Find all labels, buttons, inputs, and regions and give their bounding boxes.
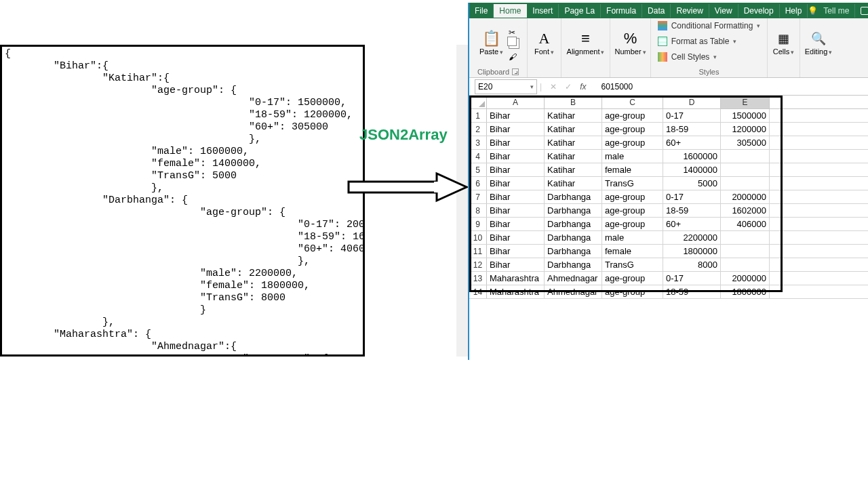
tab-help[interactable]: Help	[780, 4, 808, 18]
cell[interactable]: age-group	[602, 109, 663, 122]
col-header-C[interactable]: C	[602, 96, 663, 108]
table-row[interactable]: 7BiharDarbhangaage-group0-172000000	[469, 190, 868, 204]
table-row[interactable]: 4BiharKatiharmale1600000	[469, 150, 868, 163]
cell[interactable]: 1500000	[721, 109, 770, 122]
row-header[interactable]: 5	[469, 163, 487, 176]
cell[interactable]: Ahmednagar	[545, 272, 602, 285]
cell[interactable]: Darbhanga	[545, 258, 602, 271]
row-header[interactable]: 3	[469, 136, 487, 149]
cell[interactable]: age-group	[602, 272, 663, 285]
cell[interactable]: Katihar	[545, 177, 602, 190]
formula-bar-input[interactable]: 6015000	[601, 82, 633, 92]
cell[interactable]: 1800000	[721, 285, 770, 298]
row-header[interactable]: 4	[469, 150, 487, 163]
col-header-E[interactable]: E	[721, 96, 770, 108]
cell[interactable]: 2200000	[663, 231, 721, 244]
table-row[interactable]: 11BiharDarbhangafemale1800000	[469, 245, 868, 258]
row-header[interactable]: 1	[469, 109, 487, 122]
cell[interactable]: 1800000	[663, 245, 721, 258]
cell[interactable]: Darbhanga	[545, 231, 602, 244]
col-header-D[interactable]: D	[663, 96, 721, 108]
cells-group-button[interactable]: ▦Cells	[770, 30, 797, 57]
row-header[interactable]: 8	[469, 204, 487, 217]
cell[interactable]: female	[602, 245, 663, 258]
col-header-B[interactable]: B	[545, 96, 602, 108]
cell[interactable]: male	[602, 150, 663, 163]
cell[interactable]: Ahmednagar	[545, 285, 602, 298]
row-header[interactable]: 11	[469, 245, 487, 258]
cancel-formula-button[interactable]: ✕	[550, 82, 557, 92]
tab-review[interactable]: Review	[671, 4, 709, 18]
row-header[interactable]: 6	[469, 177, 487, 190]
paste-button[interactable]: 📋 Paste	[477, 30, 506, 57]
cell[interactable]: Bihar	[487, 177, 545, 190]
cell[interactable]: male	[602, 231, 663, 244]
tab-developer[interactable]: Develop	[738, 4, 780, 18]
cell[interactable]: Bihar	[487, 245, 545, 258]
cell[interactable]: Bihar	[487, 163, 545, 176]
copy-button[interactable]	[509, 38, 519, 49]
tab-formulas[interactable]: Formula	[601, 4, 642, 18]
tab-insert[interactable]: Insert	[527, 4, 559, 18]
table-row[interactable]: 10BiharDarbhangamale2200000	[469, 231, 868, 245]
row-header[interactable]: 12	[469, 258, 487, 271]
tab-file[interactable]: File	[469, 4, 494, 18]
cell[interactable]: Darbhanga	[545, 190, 602, 203]
cell[interactable]: Bihar	[487, 109, 545, 122]
row-header[interactable]: 9	[469, 218, 487, 230]
table-row[interactable]: 3BiharKatiharage-group60+305000	[469, 136, 868, 150]
row-header[interactable]: 7	[469, 190, 487, 203]
table-row[interactable]: 5BiharKatiharfemale1400000	[469, 163, 868, 177]
cell[interactable]: 1400000	[663, 163, 721, 176]
table-row[interactable]: 1BiharKatiharage-group0-171500000	[469, 109, 868, 123]
cell[interactable]: age-group	[602, 218, 663, 230]
editing-group-button[interactable]: 🔍Editing	[802, 30, 835, 57]
cell[interactable]: Bihar	[487, 150, 545, 163]
cell[interactable]: 1600000	[663, 150, 721, 163]
cell[interactable]: Katihar	[545, 136, 602, 149]
cell[interactable]	[721, 245, 770, 258]
tab-data[interactable]: Data	[642, 4, 671, 18]
cell[interactable]: Katihar	[545, 150, 602, 163]
cell[interactable]: 406000	[721, 218, 770, 230]
cell[interactable]: TransG	[602, 177, 663, 190]
cell[interactable]: 305000	[721, 136, 770, 149]
tab-tell-me[interactable]: Tell me	[818, 4, 855, 18]
cell[interactable]: 2000000	[721, 272, 770, 285]
table-row[interactable]: 13MaharashtraAhmednagarage-group0-172000…	[469, 272, 868, 285]
cell[interactable]: Bihar	[487, 190, 545, 203]
row-header[interactable]: 10	[469, 231, 487, 244]
cell[interactable]	[721, 163, 770, 176]
table-row[interactable]: 12BiharDarbhangaTransG8000	[469, 258, 868, 272]
json-code-text[interactable]: { "Bihar":{ "Katihar":{ "age-group": { "…	[2, 47, 363, 357]
format-painter-button[interactable]	[509, 50, 519, 61]
cell[interactable]: Bihar	[487, 258, 545, 271]
cell[interactable]: 60+	[663, 136, 721, 149]
fx-icon[interactable]: fx	[580, 82, 586, 92]
cell[interactable]	[721, 150, 770, 163]
cell[interactable]: Bihar	[487, 218, 545, 230]
cell[interactable]: age-group	[602, 136, 663, 149]
cell[interactable]	[721, 258, 770, 271]
font-group-button[interactable]: AFont	[532, 30, 557, 57]
cell[interactable]: 0-17	[663, 190, 721, 203]
alignment-group-button[interactable]: ≡Alignment	[564, 30, 608, 57]
cell[interactable]: Darbhanga	[545, 218, 602, 230]
cell-styles-button[interactable]: Cell Styles ▾	[658, 50, 717, 64]
col-header-A[interactable]: A	[487, 96, 545, 108]
tab-view[interactable]: View	[709, 4, 738, 18]
cell[interactable]: Darbhanga	[545, 204, 602, 217]
cell[interactable]: Katihar	[545, 123, 602, 136]
cell[interactable]: 2000000	[721, 190, 770, 203]
cell[interactable]: TransG	[602, 258, 663, 271]
tab-page-layout[interactable]: Page La	[559, 4, 601, 18]
name-box[interactable]: E20▾	[475, 79, 537, 94]
cell[interactable]	[721, 177, 770, 190]
table-row[interactable]: 2BiharKatiharage-group18-591200000	[469, 123, 868, 136]
cut-button[interactable]	[509, 26, 519, 37]
cell[interactable]: 60+	[663, 218, 721, 230]
cell[interactable]: 1602000	[721, 204, 770, 217]
cell[interactable]: 18-59	[663, 204, 721, 217]
row-header[interactable]: 13	[469, 272, 487, 285]
cell[interactable]: 8000	[663, 258, 721, 271]
